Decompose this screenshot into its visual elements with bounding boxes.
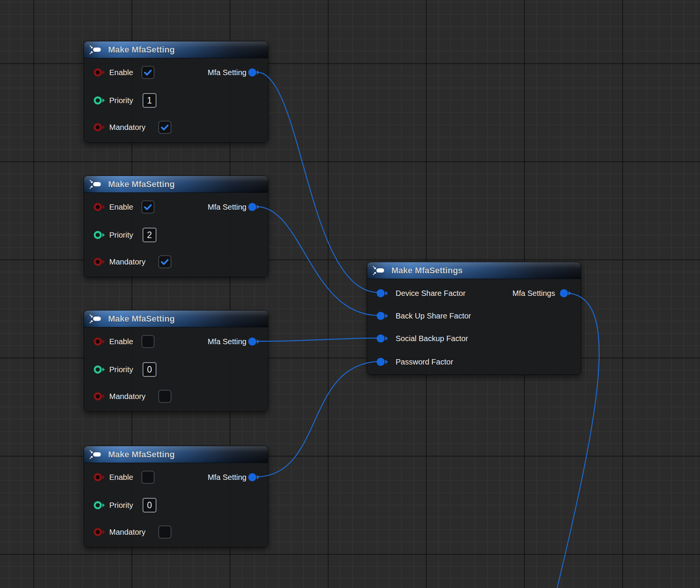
node-make-mfasetting-4[interactable]: ↘↗ Make MfaSetting Enable Priority 0 [84, 446, 268, 547]
pin-label: Social Backup Factor [396, 334, 468, 343]
node-header[interactable]: ↘↗ Make MfaSetting [84, 176, 268, 193]
bool-pin-icon[interactable] [93, 528, 106, 536]
node-header[interactable]: ↘↗ Make MfaSetting [84, 41, 268, 58]
output-pin-label: Mfa Setting [208, 203, 246, 212]
mandatory-checkbox[interactable] [158, 255, 171, 268]
blueprint-graph-canvas[interactable]: ↘↗ Make MfaSetting Enable Priority 1 [0, 0, 700, 588]
node-header[interactable]: ↘↗ Make MfaSetting [84, 446, 268, 463]
node-title: Make MfaSetting [108, 176, 175, 192]
pin-label: Password Factor [396, 358, 453, 366]
output-pin-label: Mfa Setting [208, 337, 246, 346]
mandatory-checkbox[interactable] [158, 121, 171, 134]
pin-label: Mandatory [109, 123, 146, 132]
bool-pin-icon[interactable] [93, 123, 106, 131]
priority-input[interactable]: 0 [143, 498, 156, 512]
wire[interactable] [257, 361, 379, 477]
make-struct-icon: ↘↗ [372, 264, 386, 276]
pin-label: Mandatory [109, 528, 146, 537]
int-pin-icon[interactable] [93, 365, 106, 374]
node-make-mfasetting-1[interactable]: ↘↗ Make MfaSetting Enable Priority 1 [84, 41, 268, 143]
output-pin-label: Mfa Setting [208, 473, 246, 482]
priority-input[interactable]: 0 [143, 362, 156, 377]
bool-pin-icon[interactable] [93, 258, 106, 266]
int-pin-icon[interactable] [93, 96, 106, 105]
node-make-mfasetting-2[interactable]: ↘↗ Make MfaSetting Enable Priority 2 [84, 176, 268, 277]
priority-input[interactable]: 2 [143, 228, 156, 242]
pin-label: Back Up Share Factor [396, 312, 471, 320]
make-struct-icon: ↘↗ [89, 44, 103, 56]
bool-pin-icon[interactable] [93, 392, 106, 401]
output-pin-label: Mfa Settings [513, 289, 555, 298]
node-header[interactable]: ↘↗ Make MfaSettings [367, 262, 581, 279]
pin-label: Priority [109, 365, 133, 374]
pin-label: Mandatory [109, 392, 146, 401]
pin-label: Priority [109, 231, 133, 240]
node-title: Make MfaSetting [108, 310, 175, 327]
pin-label: Priority [109, 501, 133, 510]
make-struct-icon: ↘↗ [89, 178, 103, 190]
node-make-mfasettings[interactable]: ↘↗ Make MfaSettings Device Share Factor … [367, 262, 581, 375]
make-struct-icon: ↘↗ [89, 313, 103, 325]
wire[interactable] [257, 72, 379, 292]
mandatory-checkbox[interactable] [158, 390, 171, 403]
pin-label: Mandatory [109, 258, 146, 266]
wire[interactable] [257, 207, 379, 315]
output-pin-label: Mfa Setting [208, 68, 246, 77]
node-make-mfasetting-3[interactable]: ↘↗ Make MfaSetting Enable Priority 0 [84, 310, 268, 412]
int-pin-icon[interactable] [93, 231, 106, 239]
pin-label: Priority [109, 96, 133, 105]
int-pin-icon[interactable] [93, 501, 106, 509]
mandatory-checkbox[interactable] [158, 526, 171, 539]
node-title: Make MfaSettings [391, 262, 463, 279]
node-header[interactable]: ↘↗ Make MfaSetting [84, 310, 268, 327]
node-title: Make MfaSetting [108, 446, 175, 463]
priority-input[interactable]: 1 [143, 93, 156, 108]
node-title: Make MfaSetting [108, 41, 175, 58]
make-struct-icon: ↘↗ [89, 448, 103, 460]
wire[interactable] [257, 338, 379, 341]
